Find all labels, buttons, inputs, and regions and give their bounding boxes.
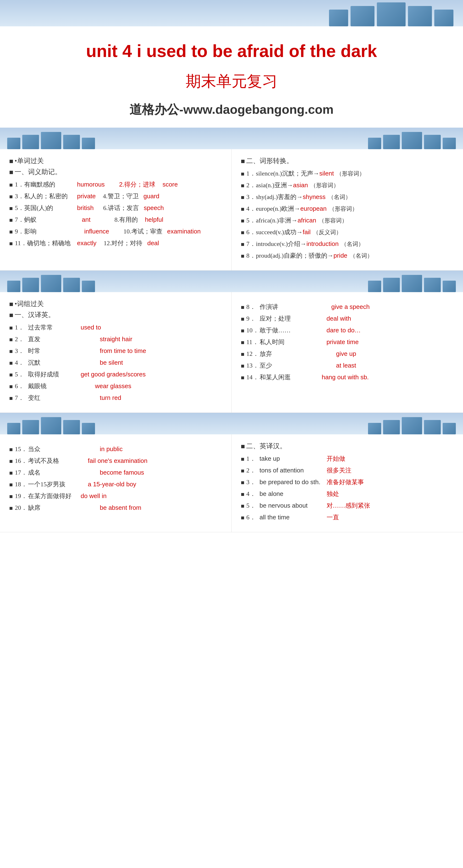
phrase-12: 12． 放弃 give up [241,350,454,358]
eng-to-cn-cell: 二、英译汉。 1． take up 开始做 2． tons of attenti… [232,434,463,532]
title-section: unit 4 i used to be afraid of the dark 期… [0,26,463,128]
sub-title: 期末单元复习 [9,71,454,92]
phrase-3: 3． 时常 from time to time [9,347,222,355]
content-grid-2: •词组过关 一、汉译英。 1． 过去常常 used to 2． 直发 strai… [0,292,463,413]
website-label: 道格办公-www.daogebangong.com [9,101,454,118]
phrase-17: 17． 成名 become famous [9,468,222,477]
phrase-13: 13． 至少 at least [241,361,454,370]
bullet-2 [9,171,13,174]
phrase-cont-left-cell: 15． 当众 in public 16． 考试不及格 fail one's ex… [0,434,232,532]
sbox-r1 [368,138,381,149]
phrase-left-cell: •词组过关 一、汉译英。 1． 过去常常 used to 2． 直发 strai… [0,292,232,413]
section-banner-1 [0,128,463,149]
e2c-5: 5． be nervous about 对……感到紧张 [241,501,454,510]
vocab-header2: 一、词义助记。 [9,167,222,177]
bullet-v4 [9,219,12,222]
content-grid-1: •单词过关 一、词义助记。 1．有幽默感的 humorous 2.得分；进球 s… [0,149,463,271]
sbox-5 [82,138,95,149]
phrase-15: 15． 当众 in public [9,445,222,453]
phrase-header2: 一、汉译英。 [9,310,222,319]
phrase-4: 4． 沉默 be silent [9,359,222,367]
sbox-4 [63,135,80,149]
phrase-14: 14． 和某人闲逛 hang out with sb. [241,373,454,381]
wf-item-6: 6． succeed(v.)成功→ fail （反义词） [241,228,454,236]
e2c-1: 1． take up 开始做 [241,455,454,463]
bullet-v3 [9,207,12,210]
wf-item-1: 1． silence(n.)沉默；无声→ silent （形容词） [241,169,454,178]
phrase-10: 10． 敢于做…… dare to do… [241,326,454,335]
vocab-item-2: 3．私人的；私密的 private 4.警卫；守卫 guard [9,192,222,200]
phrase-8: 8． 作演讲 give a speech [241,303,454,311]
bullet-v1 [9,184,12,187]
e2c-4: 4． be alone 独处 [241,490,454,498]
sbox-3 [41,132,61,149]
banner-boxes-right [368,132,456,149]
blue-box-3 [377,2,405,26]
wordform-cell: 二、词形转换。 1． silence(n.)沉默；无声→ silent （形容词… [232,149,463,271]
phrase-18: 18． 一个15岁男孩 a 15-year-old boy [9,480,222,489]
section-banner-3 [0,413,463,434]
phrase-2: 2． 直发 straight hair [9,335,222,343]
sbox-2 [22,135,39,149]
phrase-1: 1． 过去常常 used to [9,323,222,332]
e2c-2: 2． tons of attention 很多关注 [241,466,454,474]
wf-item-8: 8． proud(adj.)自豪的；骄傲的→ pride （名词） [241,251,454,260]
wf-header: 二、词形转换。 [241,156,454,165]
sbox-r4 [424,135,441,149]
wf-item-2: 2． asia(n.)亚洲→ asian （形容词） [241,181,454,189]
sbox-r5 [443,138,456,149]
vocab-item-1: 1．有幽默感的 humorous 2.得分；进球 score [9,180,222,189]
phrase-9: 9． 应对；处理 deal with [241,314,454,323]
banner3-boxes-right [368,417,456,434]
vocab-item-6: 11．确切地；精确地 exactly 12.对付；对待 deal [9,239,222,247]
header-banner [0,0,463,26]
vocab-cell: •单词过关 一、词义助记。 1．有幽默感的 humorous 2.得分；进球 s… [0,149,232,271]
sbox-r3 [402,132,422,149]
vocab-header1: •单词过关 [9,156,222,165]
phrase-7: 7． 变红 turn red [9,394,222,402]
bullet-v5 [9,230,12,234]
phrase-20: 20． 缺席 be absent from [9,503,222,512]
banner2-boxes-left [7,275,95,292]
phrase-19: 19． 在某方面做得好 do well in [9,492,222,500]
e2c-header: 二、英译汉。 [241,441,454,451]
bullet-v2 [9,195,12,198]
wf-item-5: 5． africa(n.)非洲→ african （形容词） [241,216,454,225]
sbox-r2 [383,135,400,149]
phrase-6: 6． 戴眼镜 wear glasses [9,382,222,390]
wf-item-3: 3． shy(adj.)害羞的→ shyness （名词） [241,193,454,201]
content-grid-3: 15． 当众 in public 16． 考试不及格 fail one's ex… [0,434,463,532]
section-banner-2 [0,271,463,292]
e2c-3: 3． be prepared to do sth. 准备好做某事 [241,478,454,486]
blue-box-4 [408,6,432,26]
banner-boxes-left [7,132,95,149]
wf-item-4: 4． europe(n.)欧洲→ european （形容词） [241,205,454,213]
blue-box-5 [434,9,454,26]
phrase-5: 5． 取得好成绩 get good grades/scores [9,370,222,378]
vocab-item-3: 5．英国(人)的 british 6.讲话；发言 speech [9,204,222,212]
blue-box-2 [351,6,374,26]
sbox-1 [7,138,20,149]
phrase-right-cell: 8． 作演讲 give a speech 9． 应对；处理 deal with … [232,292,463,413]
bullet-v6 [9,242,12,245]
phrase-11: 11． 私人时间 private time [241,338,454,346]
banner2-boxes-right [368,275,456,292]
vocab-item-5: 9．影响 influence 10.考试；审查 examination [9,227,222,236]
phrase-16: 16． 考试不及格 fail one's examination [9,457,222,465]
phrase-header1: •词组过关 [9,299,222,308]
bullet-1 [9,160,13,163]
e2c-6: 6． all the time 一直 [241,513,454,522]
vocab-item-4: 7．蚂蚁 ant 8.有用的 helpful [9,216,222,224]
header-boxes [329,2,454,26]
blue-box-1 [329,9,348,26]
banner3-boxes-left [7,417,95,434]
main-title: unit 4 i used to be afraid of the dark [9,41,454,61]
bullet-wf [241,160,244,163]
wf-item-7: 7． introduce(v.)介绍→ introduction （名词） [241,240,454,248]
